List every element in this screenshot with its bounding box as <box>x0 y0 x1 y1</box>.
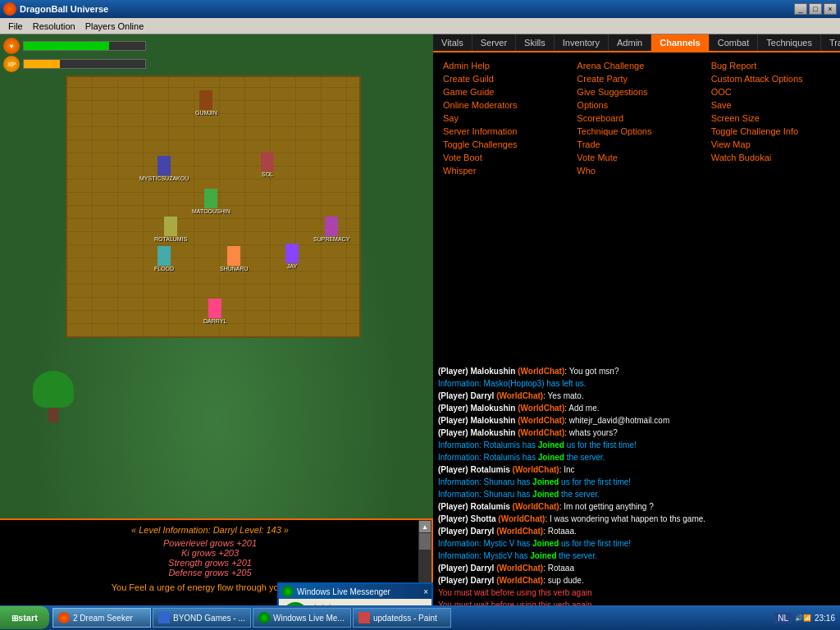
language-indicator: NL <box>774 613 792 623</box>
channel-vote-mute[interactable]: Vote Mute <box>573 151 699 164</box>
stat-ki: Ki grows +203 <box>5 548 415 558</box>
chat-line: Information: Masko(Hoptop3) has left us. <box>438 378 835 390</box>
channel-options[interactable]: Options <box>573 98 699 112</box>
game-container: ♥ XP GUMJIN <box>0 34 433 518</box>
hp-icon: ♥ <box>3 38 20 54</box>
channel-menu: Admin Help Create Guild Game Guide Onlin… <box>433 52 840 362</box>
messenger-close-button[interactable]: × <box>423 587 428 596</box>
sprite-matooushin: MATOOUSHIN <box>192 189 231 214</box>
channel-who[interactable]: Who <box>573 164 699 177</box>
window-title: DragonBall Universe <box>20 4 108 14</box>
taskbar-messenger[interactable]: Windows Live Me... <box>253 608 351 628</box>
sprite-darryl: DARRYL <box>203 299 226 324</box>
channel-trade[interactable]: Trade <box>573 138 699 151</box>
minimize-button[interactable]: _ <box>794 3 807 15</box>
close-button[interactable]: × <box>824 3 837 15</box>
channel-create-guild[interactable]: Create Guild <box>440 72 565 85</box>
sprite-mysticsuzakou: MYSTICSUZAKOU <box>139 156 189 181</box>
chat-line: (Player) Malokushin (WorldChat): whats y… <box>438 427 835 439</box>
channel-admin-help[interactable]: Admin Help <box>440 59 565 72</box>
menu-bar: File Resolution Players Online <box>0 18 840 34</box>
tab-techniques[interactable]: Techniques <box>758 34 821 51</box>
channel-vote-boot[interactable]: Vote Boot <box>440 151 565 164</box>
maximize-button[interactable]: □ <box>809 3 822 15</box>
chat-line: (Player) Shotta (WorldChat): I was wonde… <box>438 514 835 525</box>
taskbar-byond[interactable]: BYOND Games - ... <box>153 608 251 628</box>
channel-scoreboard[interactable]: Scoreboard <box>573 112 699 125</box>
tab-server[interactable]: Server <box>472 34 516 51</box>
sprite-supremacy: SUPREMACY <box>313 217 349 242</box>
channel-technique-options[interactable]: Technique Options <box>573 125 699 138</box>
channel-view-map[interactable]: View Map <box>708 138 833 151</box>
channel-ooc[interactable]: OOC <box>708 85 833 98</box>
channel-online-mods[interactable]: Online Moderators <box>440 98 565 112</box>
channel-give-suggestions[interactable]: Give Suggestions <box>573 85 699 98</box>
tab-training[interactable]: Training <box>821 34 840 51</box>
sprite-rotalumis: ROTALUMIS <box>154 217 187 242</box>
channel-create-party[interactable]: Create Party <box>573 72 699 85</box>
tab-channels[interactable]: Channels <box>651 34 710 51</box>
channel-screen-size[interactable]: Screen Size <box>708 112 833 125</box>
chat-line: (Player) Rotalumis (WorldChat): Inc <box>438 464 835 476</box>
stat-defense: Defense grows +205 <box>5 568 415 578</box>
channel-say[interactable]: Say <box>440 112 565 125</box>
chat-line: Information: Shunaru has Joined us for t… <box>438 477 835 488</box>
chat-line: (Player) Darryl (WorldChat): Rotaaa. <box>438 526 835 537</box>
channel-server-info[interactable]: Server Information <box>440 125 565 138</box>
hp-bar-fill <box>24 42 109 50</box>
messenger-title-text: Windows Live Messenger <box>297 587 390 596</box>
channel-toggle-challenge-info[interactable]: Toggle Challenge Info <box>708 125 833 138</box>
channel-toggle-challenges[interactable]: Toggle Challenges <box>440 138 565 151</box>
channel-whisper[interactable]: Whisper <box>440 164 565 177</box>
chat-line: Information: Shunaru has Joined the serv… <box>438 489 835 500</box>
messenger-title-bar: Windows Live Messenger × <box>279 584 431 599</box>
sprite-shunaru: SHUNARU <box>220 246 249 272</box>
tree-decoration <box>33 371 74 420</box>
right-panel: Vitals Server Skills Inventory Admin Cha… <box>433 34 840 630</box>
menu-players-online[interactable]: Players Online <box>80 20 149 33</box>
chat-line: You must wait before using this verb aga… <box>438 587 835 599</box>
tabs-bar: Vitals Server Skills Inventory Admin Cha… <box>433 34 840 52</box>
tab-skills[interactable]: Skills <box>516 34 555 51</box>
stat-powerlevel: Powerlevel grows +201 <box>5 538 415 548</box>
chat-line: (Player) Malokushin (WorldChat): You got… <box>438 366 835 377</box>
channel-columns: Admin Help Create Guild Game Guide Onlin… <box>440 59 833 177</box>
title-bar: DragonBall Universe _ □ × <box>0 0 840 18</box>
chat-line: (Player) Malokushin (WorldChat): whitejr… <box>438 415 835 427</box>
sprite-flood: FLOOD <box>154 246 174 272</box>
start-button[interactable]: ⊞ start <box>0 606 49 629</box>
xp-bar-bg <box>23 59 146 69</box>
chat-line: (Player) Darryl (WorldChat): Rotaaa <box>438 563 835 574</box>
taskbar-paint[interactable]: updatedss - Paint <box>353 608 451 628</box>
channel-game-guide[interactable]: Game Guide <box>440 85 565 98</box>
taskbar-systray: NL 🔊📶 23:16 <box>774 613 840 623</box>
menu-file[interactable]: File <box>3 20 28 33</box>
menu-resolution[interactable]: Resolution <box>28 20 80 33</box>
dream-seeker-icon <box>58 612 70 623</box>
channel-watch-budokai[interactable]: Watch Budokai <box>708 151 833 164</box>
byond-icon <box>158 612 170 623</box>
tab-inventory[interactable]: Inventory <box>555 34 609 51</box>
taskbar-dream-seeker[interactable]: 2 Dream Seeker <box>52 608 151 628</box>
channel-arena[interactable]: Arena Challenge <box>573 59 699 72</box>
channel-custom-attack[interactable]: Custom Attack Options <box>708 72 833 85</box>
channel-save[interactable]: Save <box>708 98 833 112</box>
hp-bar-bg <box>23 41 146 51</box>
tab-combat[interactable]: Combat <box>710 34 759 51</box>
xp-bar-fill <box>24 60 60 68</box>
level-title: « Level Information: Darryl Level: 143 » <box>5 525 415 535</box>
chat-line: Information: Mystic V has Joined us for … <box>438 538 835 550</box>
sprite-jay: JAY <box>285 244 299 269</box>
systray-icons: 🔊📶 <box>795 614 811 622</box>
tab-admin[interactable]: Admin <box>609 34 651 51</box>
chat-line: Information: MysticV has Joined the serv… <box>438 550 835 562</box>
sprite-sol: SOL <box>261 152 274 177</box>
game-world[interactable]: ♥ XP GUMJIN <box>0 34 433 518</box>
channel-bug-report[interactable]: Bug Report <box>708 59 833 72</box>
chat-line: (Player) Rotalumis (WorldChat): Im not g… <box>438 501 835 513</box>
status-bars: ♥ XP <box>3 38 167 74</box>
right-chat-panel: (Player) Malokushin (WorldChat): You got… <box>433 362 840 630</box>
tab-vitals[interactable]: Vitals <box>433 34 472 51</box>
scroll-thumb[interactable] <box>419 533 431 550</box>
sprite-gumjin: GUMJIN <box>195 90 217 116</box>
